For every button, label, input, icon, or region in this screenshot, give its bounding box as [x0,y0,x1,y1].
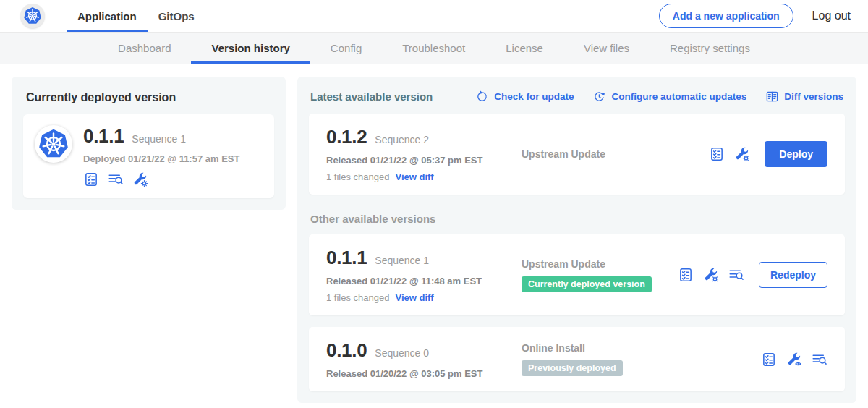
diff-icon [765,90,779,103]
latest-version-header: Latest available version Check for updat… [310,90,843,103]
deployed-version-number: 0.1.1 [83,125,124,148]
currently-deployed-title: Currently deployed version [26,91,274,104]
currently-deployed-card: 0.1.1 Sequence 1 Deployed 01/21/22 @ 11:… [23,114,274,198]
deployed-timestamp: Deployed 01/21/22 @ 11:57 am EST [83,153,239,164]
subnav-tab-license[interactable]: License [485,33,563,64]
logout-link[interactable]: Log out [812,9,851,22]
subnav-tab-config[interactable]: Config [310,33,382,64]
top-tabs: Application GitOps [67,0,205,32]
version-actions-col: Redeploy [678,262,827,288]
version-actions-col [761,352,827,367]
deploy-button[interactable]: Deploy [765,141,827,167]
version-source: Upstream Update [522,148,692,160]
schedule-update-icon [592,90,606,103]
source-label: Upstream Update [522,148,605,160]
release-notes-icon[interactable] [83,171,99,187]
edit-config-icon[interactable] [132,171,148,187]
view-files-icon[interactable] [728,267,744,283]
view-files-icon[interactable] [812,352,827,367]
released-timestamp: Released 01/20/22 @ 03:05 pm EST [326,368,504,379]
kubernetes-logo-icon [23,7,42,25]
version-card-0-1-1: 0.1.1 Sequence 1 Released 01/21/22 @ 11:… [309,234,845,315]
version-sequence: Sequence 0 [375,347,429,359]
top-bar: Application GitOps Add a new application… [0,0,868,33]
version-history-panel: Latest available version Check for updat… [297,77,856,403]
version-info: 0.1.2 Sequence 2 Released 01/21/22 @ 05:… [326,126,504,182]
subnav-tab-view-files[interactable]: View files [563,33,650,64]
tab-gitops-label: GitOps [158,10,195,22]
kubernetes-logo-icon [38,128,69,160]
check-for-update-label: Check for update [494,91,574,102]
subnav-tab-dashboard[interactable]: Dashboard [98,33,191,64]
version-info: 0.1.0 Sequence 0 Released 01/20/22 @ 03:… [326,339,504,379]
redeploy-button[interactable]: Redeploy [759,262,827,288]
subnav-tab-version-history[interactable]: Version history [191,33,310,64]
release-notes-icon[interactable] [709,146,725,162]
subnav-tab-registry-settings[interactable]: Registry settings [650,33,770,64]
files-changed: 1 files changed [326,171,389,182]
version-card-0-1-2: 0.1.2 Sequence 2 Released 01/21/22 @ 05:… [309,114,845,195]
files-changed: 1 files changed [326,292,389,303]
edit-config-icon[interactable] [734,146,750,162]
view-config-icon[interactable] [786,352,802,367]
source-label: Upstream Update [522,258,605,270]
previously-deployed-badge: Previously deployed [522,360,623,376]
tab-application-label: Application [77,10,137,22]
main-content: Currently deployed version 0.1.1 Sequenc… [0,64,868,408]
currently-deployed-panel: Currently deployed version 0.1.1 Sequenc… [12,77,286,210]
diff-versions-label: Diff versions [784,91,843,102]
version-number: 0.1.2 [326,126,367,148]
version-source: Upstream Update Currently deployed versi… [522,258,660,292]
version-actions-col: Deploy [709,141,827,167]
edit-config-icon[interactable] [703,267,719,283]
refresh-icon [475,90,489,103]
subnav-tab-troubleshoot[interactable]: Troubleshoot [382,33,485,64]
view-diff-link[interactable]: View diff [395,171,433,182]
latest-version-title: Latest available version [310,90,433,103]
configure-automatic-updates-link[interactable]: Configure automatic updates [592,90,746,103]
version-info: 0.1.1 Sequence 1 Released 01/21/22 @ 11:… [326,247,504,303]
check-for-update-link[interactable]: Check for update [475,90,574,103]
released-timestamp: Released 01/21/22 @ 05:37 pm EST [326,155,504,166]
released-timestamp: Released 01/21/22 @ 11:48 am EST [326,276,504,286]
topbar-spacer [205,0,659,32]
tab-application[interactable]: Application [67,0,148,32]
deployed-version-info: 0.1.1 Sequence 1 Deployed 01/21/22 @ 11:… [83,125,239,187]
version-number: 0.1.0 [326,339,367,362]
app-logo[interactable] [20,4,45,28]
deployed-sequence: Sequence 1 [132,133,186,145]
configure-automatic-updates-label: Configure automatic updates [611,91,746,102]
version-number: 0.1.1 [326,247,367,269]
app-icon [35,125,72,163]
version-source: Online Install Previously deployed [522,342,744,376]
other-versions-title: Other available versions [310,213,843,225]
currently-deployed-badge: Currently deployed version [522,276,652,292]
tab-gitops[interactable]: GitOps [148,0,205,32]
add-application-button[interactable]: Add a new application [659,4,793,28]
version-card-0-1-0: 0.1.0 Sequence 0 Released 01/20/22 @ 03:… [309,327,845,391]
release-notes-icon[interactable] [678,267,694,283]
version-actions: Check for update Configure automatic upd… [475,90,843,103]
app-subnav: Dashboard Version history Config Trouble… [0,33,868,64]
source-label: Online Install [522,342,585,354]
card-gap [309,315,845,327]
release-notes-icon[interactable] [761,352,777,367]
version-sequence: Sequence 1 [375,255,429,266]
version-sequence: Sequence 2 [375,134,429,145]
diff-versions-link[interactable]: Diff versions [765,90,843,103]
view-files-icon[interactable] [108,171,124,187]
view-diff-link[interactable]: View diff [395,292,433,303]
